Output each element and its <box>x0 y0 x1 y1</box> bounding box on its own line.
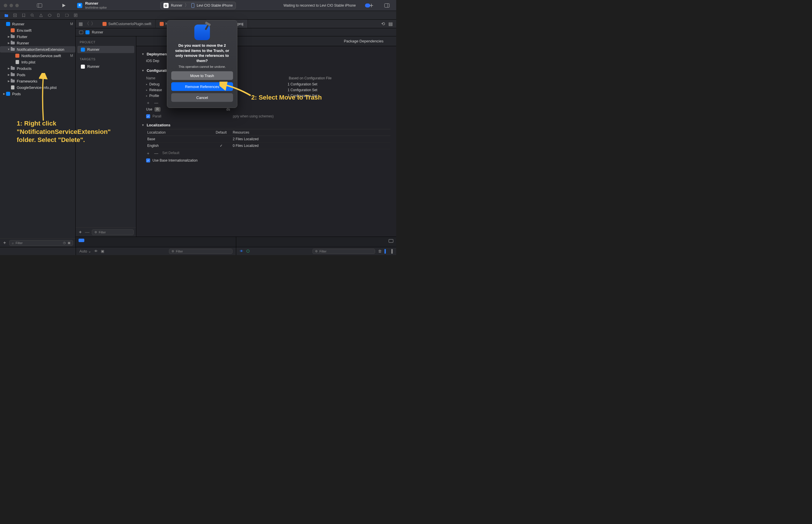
back-button[interactable]: 〈 <box>85 21 89 27</box>
folder-icon <box>11 47 15 52</box>
disclosure-icon[interactable]: ▶ <box>7 80 11 83</box>
close-dot[interactable] <box>4 4 7 7</box>
scheme-selector[interactable]: ◎ Runner 〉 Levi CIO Stable iPhone <box>160 2 236 9</box>
loc-col-resources: Resources <box>230 130 391 134</box>
tree-label: Runner <box>12 22 69 26</box>
sidebar-layout-icon[interactable] <box>36 2 43 9</box>
tree-row[interactable]: RunnerM <box>0 21 75 27</box>
related-items-icon[interactable]: ▦ <box>79 21 83 27</box>
outline-target-item[interactable]: ◎ Runner <box>77 63 134 70</box>
view-mode-icon[interactable]: ▣ <box>101 249 104 253</box>
bp-toggle-icon[interactable]: ⎔ <box>246 249 250 253</box>
project-outline: PROJECT Runner TARGETS ◎ Runner ＋ — <box>76 36 136 236</box>
disclosure-icon[interactable]: ▶ <box>7 42 11 45</box>
search-icon[interactable] <box>30 13 35 18</box>
tree-row[interactable]: ▶Runner <box>0 40 75 46</box>
tree-row[interactable]: ▼NotificationServiceExtension <box>0 46 75 52</box>
ds-fragment: ds <box>226 107 230 111</box>
loc-col-localization: Localization <box>146 130 212 134</box>
add-tab-button[interactable] <box>368 2 375 9</box>
disclosure-icon[interactable]: ▶ <box>7 35 11 38</box>
right-panel-icon[interactable]: ▐ <box>390 249 393 253</box>
cancel-button[interactable]: Cancel <box>171 93 233 102</box>
sidebar-filter[interactable]: ⌕ Filter ◷ ▣ <box>9 240 73 246</box>
localization-row[interactable]: Base2 Files Localized <box>146 136 391 143</box>
disclosure-icon[interactable]: ▶ <box>7 73 11 76</box>
set-default-button[interactable]: Set Default <box>162 151 179 156</box>
disclosure-icon[interactable]: ▶ <box>2 92 6 95</box>
remove-target-button[interactable]: — <box>85 230 90 235</box>
console-view[interactable] <box>236 237 397 247</box>
console-filter[interactable]: ⊚Filter <box>313 249 375 254</box>
file-tree[interactable]: RunnerMEnv.swift▶Flutter▶Runner▼Notifica… <box>0 20 75 238</box>
variables-view[interactable] <box>76 237 236 247</box>
tree-row[interactable]: ▶Frameworks <box>0 78 75 84</box>
tree-row[interactable]: Info.plist <box>0 59 75 65</box>
panel-layout-icon[interactable] <box>383 2 391 9</box>
outline-filter[interactable]: ⊚ Filter <box>92 229 134 235</box>
variables-filter[interactable]: ⊚Filter <box>169 249 233 254</box>
tab-package-dependencies[interactable]: Package Dependencies <box>344 39 383 43</box>
config-selector[interactable]: R <box>155 107 161 112</box>
localization-row[interactable]: English✓0 Files Localized <box>146 143 391 149</box>
add-target-button[interactable]: ＋ <box>78 229 83 235</box>
eye-icon[interactable]: 👁 <box>240 249 243 253</box>
console-panel-icon[interactable] <box>389 239 393 243</box>
breadcrumb-icon <box>85 30 90 34</box>
issues-icon[interactable] <box>39 13 43 18</box>
forward-button[interactable]: 〉 <box>91 21 96 27</box>
tree-label: Pods <box>12 92 73 96</box>
tree-label: Products <box>17 66 73 71</box>
tree-row[interactable]: NotificationService.swiftM <box>0 52 75 59</box>
outline-toggle-icon[interactable] <box>79 31 83 34</box>
traffic-lights[interactable] <box>4 4 19 7</box>
minimize-dot[interactable] <box>10 4 13 7</box>
editor-tab[interactable]: SwiftCustomerIoPlugin.swift <box>98 20 156 28</box>
scm-filter-icon[interactable]: ▣ <box>67 241 70 245</box>
use-base-label: Use Base Internationalization <box>153 159 197 162</box>
add-file-button[interactable]: ＋ <box>2 240 7 246</box>
eye-icon[interactable]: 👁 <box>94 249 98 253</box>
remove-config-button[interactable]: — <box>154 100 158 105</box>
tree-row[interactable]: ▶Pods <box>0 91 75 97</box>
tree-row[interactable]: Env.swift <box>0 27 75 33</box>
project-navigator-icon[interactable] <box>4 13 9 18</box>
tree-row[interactable]: ▶Pods <box>0 71 75 78</box>
tests-icon[interactable] <box>47 13 52 18</box>
modal-heading: Do you want to move the 2 selected items… <box>171 43 233 63</box>
report-icon[interactable] <box>73 13 78 18</box>
use-base-checkbox[interactable]: ✓ <box>146 159 150 162</box>
svg-rect-7 <box>58 14 59 17</box>
remove-loc-button[interactable]: — <box>154 151 158 156</box>
swift-icon <box>11 28 15 33</box>
folder-icon <box>11 79 15 83</box>
remove-references-button[interactable]: Remove References <box>171 82 233 91</box>
breadcrumb-item[interactable]: Runner <box>92 30 103 34</box>
tree-row[interactable]: GoogleService-Info.plist <box>0 84 75 91</box>
editor-layout-icon[interactable]: ▤ <box>388 21 393 27</box>
source-control-icon[interactable] <box>13 13 17 18</box>
breakpoint-icon[interactable] <box>65 13 69 18</box>
disclosure-icon[interactable]: ▼ <box>7 48 11 51</box>
clock-icon[interactable]: ◷ <box>63 241 66 245</box>
trash-icon[interactable]: 🗑 <box>378 249 382 253</box>
status-bar: Auto ⌄ 👁 ▣ ⊚Filter 👁 ⎔ ⊚Filter 🗑 ▌ ▐ <box>0 247 396 255</box>
disclosure-icon[interactable]: ▶ <box>7 67 11 70</box>
bookmark-icon[interactable] <box>21 13 26 18</box>
refresh-icon[interactable]: ⟲ <box>381 21 385 27</box>
group-localizations[interactable]: ▼Localizations <box>142 123 391 127</box>
parallelize-label: Parallelize build for command-line build… <box>153 114 274 118</box>
auto-zoom-button[interactable]: Auto ⌄ <box>79 249 91 253</box>
zoom-dot[interactable] <box>15 4 19 7</box>
left-panel-icon[interactable]: ▌ <box>385 249 387 253</box>
tree-row[interactable]: ▶Flutter <box>0 33 75 40</box>
cfg-col-based: Based on Configuration File <box>289 76 332 80</box>
tree-row[interactable]: ▶Products <box>0 65 75 71</box>
debug-icon[interactable] <box>56 13 61 18</box>
run-button[interactable] <box>60 2 67 9</box>
move-to-trash-button[interactable]: Move to Trash <box>171 71 233 80</box>
add-config-button[interactable]: ＋ <box>146 100 150 105</box>
add-loc-button[interactable]: ＋ <box>146 151 150 156</box>
outline-project-item[interactable]: Runner <box>77 46 134 53</box>
parallelize-checkbox[interactable]: ✓ <box>146 114 150 118</box>
